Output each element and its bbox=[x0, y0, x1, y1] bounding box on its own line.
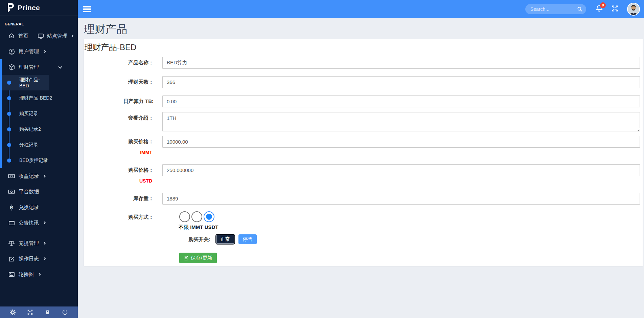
chevron-right-icon bbox=[71, 35, 73, 37]
sidebar-item-label: 兑换记录 bbox=[19, 204, 39, 211]
bullet-dot-icon bbox=[7, 158, 11, 163]
field-label: 日产算力 TB: bbox=[123, 98, 154, 104]
sidebar-item-income-records[interactable]: 收益记录 bbox=[0, 168, 78, 184]
submenu-item-purchase-records[interactable]: 购买记录 bbox=[2, 106, 78, 122]
product-form: 产品名称： 理财天数： 日产算力 TB: 套餐介绍： 1TH 购买价格： IMM… bbox=[84, 57, 640, 263]
sidebar-item-recharge-withdraw[interactable]: 充提管理 bbox=[0, 235, 78, 251]
scales-icon bbox=[8, 240, 15, 247]
fullscreen-button[interactable] bbox=[612, 5, 618, 13]
home-icon bbox=[8, 33, 15, 39]
topbar-search bbox=[525, 4, 586, 14]
price-immt-input[interactable] bbox=[162, 136, 640, 148]
fullscreen-icon[interactable] bbox=[26, 309, 34, 316]
submenu-item-label: 理财产品-BED bbox=[19, 77, 49, 88]
submenu-item-purchase-records2[interactable]: 购买记录2 bbox=[2, 122, 78, 137]
field-label: 产品名称： bbox=[128, 60, 154, 65]
sidebar-item-label: 操作日志 bbox=[19, 256, 39, 262]
field-label: 购买方式： bbox=[128, 214, 154, 220]
sidebar-item-finance-management[interactable]: 理财管理 bbox=[2, 59, 78, 75]
submenu-item-label: 理财产品-BED2 bbox=[19, 95, 52, 101]
field-label: 理财天数： bbox=[128, 79, 154, 85]
user-icon bbox=[8, 48, 15, 55]
brand-logo[interactable]: Prince bbox=[0, 0, 78, 16]
field-label: 库存量： bbox=[133, 195, 154, 201]
field-sublabel-ustd: USTD bbox=[84, 178, 154, 184]
save-update-button[interactable]: 保存/更新 bbox=[179, 253, 217, 263]
chevron-right-icon bbox=[43, 50, 46, 53]
purchase-method-radio-group bbox=[179, 211, 640, 222]
radio-usdt[interactable] bbox=[204, 211, 214, 222]
sidebar-item-label: 轮播图 bbox=[19, 271, 34, 278]
sidebar-menu: 首页 站点管理 用户管理 理财管理 bbox=[0, 28, 78, 282]
bullet-dot-icon bbox=[7, 112, 11, 116]
sidebar-item-label: 公告快讯 bbox=[19, 220, 39, 226]
notifications-button[interactable]: 0 bbox=[596, 5, 603, 14]
hamburger-icon[interactable] bbox=[83, 6, 91, 12]
lock-icon[interactable] bbox=[44, 309, 51, 316]
search-icon[interactable] bbox=[577, 6, 582, 13]
field-label: 套餐介绍： bbox=[128, 115, 154, 121]
fullscreen-icon bbox=[612, 5, 618, 12]
stock-input[interactable] bbox=[162, 193, 640, 205]
chevron-right-icon bbox=[43, 175, 46, 177]
finance-submenu: 理财产品-BED 理财产品-BED2 购买记录 购买记录2 分红记录 bbox=[2, 75, 78, 168]
sidebar-item-label: 理财管理 bbox=[19, 64, 39, 70]
product-name-input[interactable] bbox=[162, 57, 640, 69]
daily-hashrate-input[interactable] bbox=[162, 96, 640, 107]
card-title: 理财产品-BED bbox=[85, 42, 640, 53]
switch-normal-button[interactable]: 正常 bbox=[215, 234, 235, 245]
submenu-item-bed-pledge-records[interactable]: BED质押记录 bbox=[2, 153, 78, 168]
sidebar-item-platform-data[interactable]: 平台数据 bbox=[0, 184, 78, 199]
topbar: 0 bbox=[78, 0, 644, 18]
form-row-finance-days: 理财天数： bbox=[84, 76, 640, 88]
page-title: 理财产品 bbox=[84, 22, 644, 36]
submenu-item-licai-product-bed2[interactable]: 理财产品-BED2 bbox=[2, 90, 78, 106]
submenu-item-label: 购买记录2 bbox=[19, 126, 41, 132]
form-row-price-ustd: 购买价格： USTD bbox=[84, 164, 640, 184]
sidebar-item-home[interactable]: 首页 bbox=[0, 28, 29, 44]
sidebar-item-site-management[interactable]: 站点管理 bbox=[29, 28, 78, 44]
edit-icon bbox=[8, 255, 15, 262]
settings-icon[interactable] bbox=[9, 309, 17, 316]
radio-unlimited[interactable] bbox=[179, 211, 190, 222]
sidebar-item-exchange-records[interactable]: B 兑换记录 bbox=[0, 199, 78, 215]
power-icon[interactable] bbox=[61, 309, 69, 316]
form-row-product-name: 产品名称： bbox=[84, 57, 640, 69]
image-icon bbox=[8, 271, 15, 278]
submenu-item-licai-product-bed[interactable]: 理财产品-BED bbox=[2, 75, 49, 90]
price-ustd-input[interactable] bbox=[162, 164, 640, 176]
radio-caption: 不限 IMMT USDT bbox=[179, 224, 640, 231]
sidebar-item-carousel[interactable]: 轮播图 bbox=[0, 267, 78, 282]
bitcoin-icon: B bbox=[8, 204, 15, 211]
sidebar-item-announcements[interactable]: 公告快讯 bbox=[0, 215, 78, 231]
form-row-save: 保存/更新 bbox=[84, 253, 640, 263]
bullet-dot-icon bbox=[7, 81, 11, 85]
switch-stop-sale-button[interactable]: 停售 bbox=[238, 234, 257, 244]
form-row-purchase-switch: 购买开关: 正常 停售 bbox=[84, 234, 640, 245]
notification-badge: 0 bbox=[600, 2, 606, 8]
sidebar-item-operation-logs[interactable]: 操作日志 bbox=[0, 251, 78, 267]
package-intro-textarea[interactable]: 1TH bbox=[162, 112, 640, 131]
sidebar-section-label: GENERAL bbox=[0, 16, 78, 28]
sidebar-item-user-management[interactable]: 用户管理 bbox=[0, 44, 78, 59]
cube-icon bbox=[8, 64, 15, 70]
brand-name: Prince bbox=[18, 4, 40, 12]
submenu-item-dividend-records[interactable]: 分红记录 bbox=[2, 137, 78, 153]
sidebar-footer bbox=[0, 306, 78, 318]
sidebar-item-label: 平台数据 bbox=[19, 189, 39, 195]
submenu-item-label: 购买记录 bbox=[19, 111, 38, 117]
bullet-dot-icon bbox=[7, 96, 11, 100]
save-button-label: 保存/更新 bbox=[191, 255, 212, 261]
finance-days-input[interactable] bbox=[162, 76, 640, 88]
sidebar-item-label: 收益记录 bbox=[19, 173, 39, 179]
sidebar-item-label: 充提管理 bbox=[19, 240, 39, 247]
chevron-right-icon bbox=[43, 257, 46, 260]
save-icon bbox=[184, 256, 188, 260]
form-row-stock: 库存量： bbox=[84, 193, 640, 205]
field-label: 购买开关: bbox=[188, 236, 210, 242]
field-label: 购买价格： bbox=[128, 139, 154, 144]
sidebar-item-label: 首页 bbox=[18, 33, 28, 39]
sidebar-item-label: 站点管理 bbox=[47, 33, 67, 39]
radio-immt[interactable] bbox=[191, 211, 202, 222]
avatar[interactable] bbox=[627, 3, 640, 16]
